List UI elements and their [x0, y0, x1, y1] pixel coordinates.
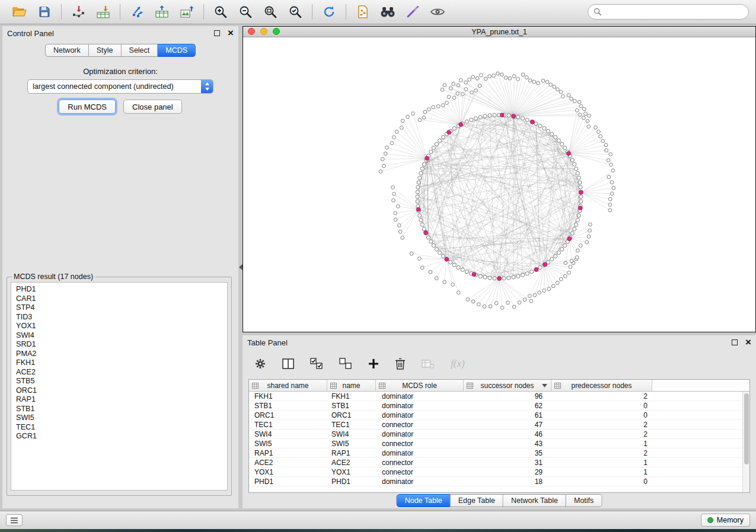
control-panel-header: Control Panel × — [2, 26, 238, 40]
close-window-icon[interactable] — [248, 28, 255, 35]
mcds-result-item[interactable]: SWI5 — [16, 414, 222, 423]
mcds-result-item[interactable]: GCR1 — [16, 432, 222, 441]
mcds-result-item[interactable]: TID3 — [16, 313, 222, 322]
float-panel-icon[interactable] — [214, 30, 220, 36]
run-mcds-button[interactable]: Run MCDS — [59, 100, 116, 114]
table-row[interactable]: SWI4SWI4dominator462 — [249, 430, 749, 439]
delete-table-icon — [422, 358, 435, 369]
column-header-name[interactable]: name — [327, 380, 376, 391]
table-cell-successor_nodes: 29 — [464, 467, 551, 477]
tab-style[interactable]: Style — [89, 44, 122, 57]
zoom-fit-button[interactable] — [258, 2, 283, 21]
float-panel-icon[interactable] — [732, 339, 738, 345]
tab-select[interactable]: Select — [122, 44, 158, 57]
table-cell-filler — [652, 477, 749, 486]
zoom-selected-button[interactable] — [283, 2, 308, 21]
table-row[interactable]: TEC1TEC1connector472 — [249, 420, 749, 430]
network-window-titlebar[interactable]: YPA_prune.txt_1 — [243, 27, 755, 37]
mcds-result-item[interactable]: ACE2 — [16, 368, 222, 377]
mcds-result-item[interactable]: PHD1 — [16, 285, 222, 294]
tab-network[interactable]: Network — [45, 44, 89, 57]
export-table-button[interactable] — [149, 2, 174, 21]
table-body: FKH1FKH1dominator962STB1STB1dominator620… — [249, 392, 749, 486]
maximize-window-icon[interactable] — [273, 28, 280, 35]
zoom-selected-icon — [289, 5, 302, 18]
mcds-result-item[interactable]: STP4 — [16, 303, 222, 313]
style-brush-button[interactable] — [400, 2, 425, 21]
save-button[interactable] — [32, 2, 57, 21]
table-row[interactable]: SWI5SWI5connector431 — [249, 439, 749, 448]
mcds-result-group: MCDS result (17 nodes) PHD1CAR1STP4TID3Y… — [7, 273, 232, 496]
tab-network-table[interactable]: Network Table — [503, 494, 566, 507]
search-input[interactable] — [605, 8, 743, 17]
column-header-successor-nodes[interactable]: successor nodes — [464, 380, 551, 391]
search-network-button[interactable] — [375, 2, 400, 21]
trash-icon — [395, 358, 406, 370]
table-row[interactable]: STB1STB1dominator620 — [249, 401, 749, 411]
global-search-field[interactable] — [588, 4, 749, 20]
table-cell-successor_nodes: 96 — [464, 392, 551, 401]
table-row[interactable]: FKH1FKH1dominator962 — [249, 392, 749, 401]
import-table-button[interactable] — [91, 2, 116, 21]
table-row[interactable]: ORC1ORC1dominator610 — [249, 411, 749, 420]
select-all-columns-button[interactable] — [310, 358, 323, 370]
column-header-mcds-role[interactable]: MCDS role — [376, 380, 464, 391]
unselect-all-columns-button[interactable] — [339, 358, 352, 370]
import-network-button[interactable] — [66, 2, 91, 21]
clone-network-button[interactable] — [350, 2, 375, 21]
scrollbar-thumb[interactable] — [744, 393, 749, 464]
table-settings-button[interactable] — [254, 358, 266, 370]
mcds-result-item[interactable]: RAP1 — [16, 395, 222, 405]
column-header-shared-name[interactable]: shared name — [249, 380, 327, 391]
mcds-result-item[interactable]: FKH1 — [16, 358, 222, 368]
column-header-predecessor-nodes[interactable]: predecessor nodes — [551, 380, 652, 391]
show-columns-button[interactable] — [282, 358, 294, 369]
close-panel-button[interactable]: Close panel — [123, 100, 182, 114]
mcds-result-item[interactable]: STB1 — [16, 405, 222, 414]
tab-edge-table[interactable]: Edge Table — [451, 494, 503, 507]
open-button[interactable] — [7, 2, 32, 21]
network-canvas[interactable] — [243, 38, 755, 332]
mcds-result-item[interactable]: YOX1 — [16, 322, 222, 331]
table-cell-name: RAP1 — [327, 448, 376, 458]
mcds-result-item[interactable]: CAR1 — [16, 294, 222, 304]
table-row[interactable]: PHD1PHD1dominator180 — [249, 477, 749, 486]
table-cell-filler — [652, 467, 749, 477]
export-image-button[interactable] — [174, 2, 199, 21]
panel-splitter[interactable] — [238, 26, 243, 508]
table-row[interactable]: YOX1YOX1connector291 — [249, 467, 749, 477]
mcds-result-item[interactable]: STB5 — [16, 377, 222, 386]
create-column-button[interactable] — [368, 358, 379, 369]
mcds-result-item[interactable]: PMA2 — [16, 350, 222, 359]
tab-node-table[interactable]: Node Table — [397, 494, 451, 507]
minimize-window-icon[interactable] — [260, 28, 267, 35]
optimization-criterion-select[interactable]: largest connected component (undirected) — [27, 79, 213, 94]
table-row[interactable]: RAP1RAP1dominator352 — [249, 448, 749, 458]
table-row[interactable]: ACE2ACE2connector311 — [249, 458, 749, 467]
table-scrollbar[interactable] — [742, 392, 749, 492]
export-network-button[interactable] — [125, 2, 149, 21]
network-view[interactable] — [243, 38, 755, 332]
graphics-details-button[interactable] — [425, 2, 450, 21]
close-panel-icon[interactable]: × — [745, 339, 751, 345]
tab-motifs[interactable]: Motifs — [566, 494, 602, 507]
zoom-out-button[interactable] — [233, 2, 258, 21]
function-builder-button[interactable]: f(x) — [451, 358, 465, 370]
close-panel-icon[interactable]: × — [228, 30, 234, 36]
mcds-result-item[interactable]: TEC1 — [16, 423, 222, 432]
sort-descending-icon[interactable] — [542, 384, 547, 387]
mcds-result-item[interactable]: SRD1 — [16, 340, 222, 350]
mcds-result-item[interactable]: SWI4 — [16, 331, 222, 341]
collapse-arrow-icon[interactable] — [239, 264, 243, 270]
show-panels-button[interactable] — [6, 514, 23, 526]
control-panel-title: Control Panel — [7, 29, 54, 38]
memory-button[interactable]: Memory — [701, 514, 750, 527]
mcds-result-item[interactable]: ORC1 — [16, 386, 222, 396]
tab-mcds[interactable]: MCDS — [158, 44, 196, 57]
mcds-result-list[interactable]: PHD1CAR1STP4TID3YOX1SWI4SRD1PMA2FKH1ACE2… — [11, 282, 228, 491]
refresh-layout-button[interactable] — [317, 2, 342, 21]
zoom-in-button[interactable] — [208, 2, 233, 21]
delete-table-button[interactable] — [422, 358, 435, 369]
toolbar-separator — [346, 4, 346, 20]
delete-column-button[interactable] — [395, 358, 406, 370]
